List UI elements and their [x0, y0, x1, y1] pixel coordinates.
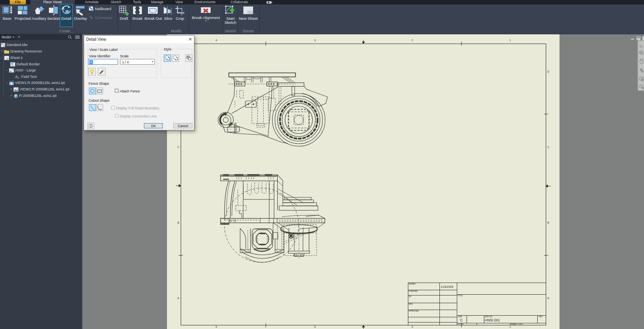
svg-text:fx: fx: [17, 76, 19, 79]
